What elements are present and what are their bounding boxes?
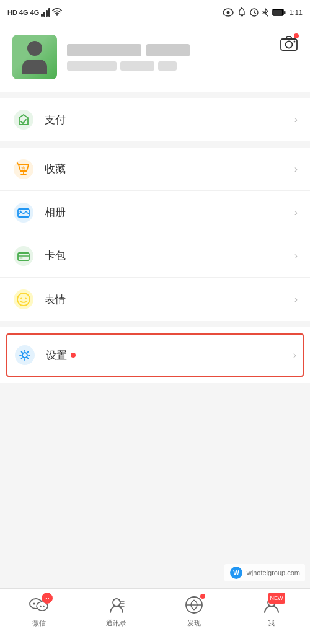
watermark-logo: W: [229, 566, 243, 580]
clock-icon: [250, 8, 259, 17]
svg-point-30: [15, 345, 35, 365]
profile-name-row: [67, 44, 298, 56]
svg-point-13: [294, 41, 296, 43]
svg-point-26: [14, 289, 33, 309]
album-arrow: ›: [294, 207, 298, 218]
discover-dot-badge: [200, 594, 205, 599]
menu-section-settings: 设置 ›: [0, 327, 310, 383]
notification-icon: [237, 7, 246, 17]
discover-icon-wrap: [180, 594, 208, 616]
signal-bar-1: [41, 14, 43, 17]
album-label: 相册: [45, 205, 294, 219]
collect-label: 收藏: [45, 162, 294, 176]
payment-arrow: ›: [294, 114, 298, 125]
weixin-icon-wrap: ···: [25, 594, 53, 616]
card-arrow: ›: [294, 250, 298, 262]
profile-header: [0, 25, 310, 92]
eye-icon: [223, 8, 234, 17]
profile-name-blur-2: [146, 44, 190, 56]
profile-sub-blur-3: [158, 61, 177, 71]
camera-dot: [294, 33, 299, 38]
profile-sub-row: [67, 61, 298, 71]
tab-discover[interactable]: 发现: [155, 594, 232, 628]
collect-icon-wrap: [12, 158, 35, 180]
svg-point-37: [43, 606, 45, 607]
svg-rect-10: [273, 10, 282, 15]
avatar-image: [12, 35, 57, 79]
battery-icon: [272, 9, 286, 16]
settings-label: 设置: [46, 348, 293, 363]
menu-item-card[interactable]: 卡包 ›: [0, 234, 310, 278]
contacts-icon-wrap: [103, 594, 130, 616]
svg-rect-9: [284, 11, 286, 14]
status-right: 1:11: [223, 7, 303, 17]
emoji-icon-wrap: [12, 288, 35, 311]
status-left: HD 4G 4G: [7, 8, 62, 17]
profile-info: [67, 44, 298, 71]
watermark-text: wjhotelgroup.com: [247, 569, 300, 576]
bluetooth-icon: [262, 7, 268, 17]
menu-item-emoji[interactable]: 表情 ›: [0, 278, 310, 321]
me-icon-wrap: NEW: [258, 594, 285, 616]
settings-arrow: ›: [293, 350, 296, 361]
svg-text:W: W: [233, 570, 239, 576]
tab-contacts[interactable]: 通讯录: [78, 594, 155, 628]
weixin-badge: ···: [42, 593, 53, 604]
signal-bars: [41, 8, 50, 17]
settings-icon: [14, 345, 35, 366]
payment-icon: [13, 109, 34, 130]
me-label: 我: [268, 619, 275, 628]
tab-weixin[interactable]: ··· 微信: [0, 594, 78, 628]
discover-icon: [185, 596, 203, 614]
svg-line-7: [254, 12, 256, 14]
avatar[interactable]: [12, 35, 57, 79]
svg-point-0: [56, 14, 58, 15]
svg-point-33: [33, 603, 35, 605]
tab-bar: ··· 微信 通讯录: [0, 588, 310, 644]
wifi-icon: [52, 8, 62, 17]
card-label: 卡包: [45, 249, 294, 263]
status-bar: HD 4G 4G: [0, 0, 310, 25]
settings-icon-wrap: [14, 344, 36, 366]
settings-dot: [71, 353, 76, 358]
camera-button[interactable]: [278, 32, 300, 55]
svg-point-2: [226, 11, 229, 14]
svg-point-19: [14, 203, 33, 223]
card-icon: [13, 245, 34, 267]
menu-item-collect[interactable]: 收藏 ›: [0, 148, 310, 191]
svg-point-38: [113, 599, 120, 606]
menu-item-album[interactable]: 相册 ›: [0, 191, 310, 234]
album-icon: [13, 202, 34, 223]
menu-section-main: 收藏 › 相册 › 卡包 ›: [0, 148, 310, 321]
contacts-icon: [107, 596, 126, 614]
carrier-text: HD 4G 4G: [7, 9, 39, 16]
tab-me[interactable]: NEW 我: [232, 594, 310, 628]
svg-point-21: [20, 210, 22, 212]
svg-point-36: [40, 606, 42, 607]
signal-bar-2: [43, 12, 45, 17]
me-badge: NEW: [268, 593, 285, 604]
card-icon-wrap: [12, 245, 35, 267]
profile-name-blur-1: [67, 44, 141, 56]
svg-point-12: [286, 42, 293, 48]
emoji-icon: [13, 289, 34, 310]
payment-icon-wrap: [12, 108, 35, 131]
menu-item-settings[interactable]: 设置 ›: [6, 333, 304, 377]
svg-point-14: [14, 110, 33, 130]
menu-item-payment[interactable]: 支付 ›: [0, 98, 310, 141]
watermark: W wjhotelgroup.com: [211, 557, 310, 588]
collect-icon: [13, 159, 34, 180]
signal-bar-4: [48, 8, 50, 17]
profile-sub-blur-2: [120, 61, 154, 71]
collect-arrow: ›: [294, 164, 298, 175]
payment-label: 支付: [45, 113, 294, 127]
emoji-arrow: ›: [294, 294, 298, 305]
settings-text: 设置: [46, 348, 67, 363]
emoji-label: 表情: [45, 293, 294, 307]
svg-point-28: [20, 298, 22, 299]
discover-label: 发现: [187, 619, 201, 628]
time-display: 1:11: [290, 9, 303, 16]
svg-rect-4: [241, 7, 242, 9]
contacts-label: 通讯录: [106, 619, 126, 628]
weixin-label: 微信: [32, 619, 46, 628]
